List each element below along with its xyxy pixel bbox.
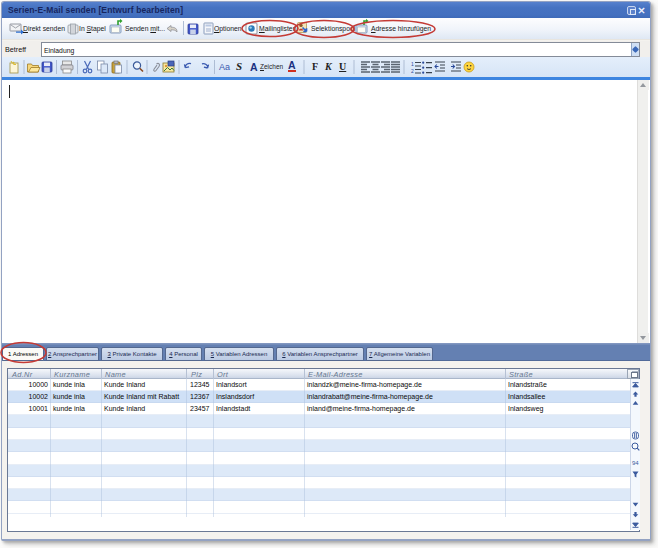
- svg-text:2: 2: [411, 68, 414, 74]
- svg-text:94: 94: [632, 460, 639, 466]
- svg-text:1: 1: [411, 61, 414, 67]
